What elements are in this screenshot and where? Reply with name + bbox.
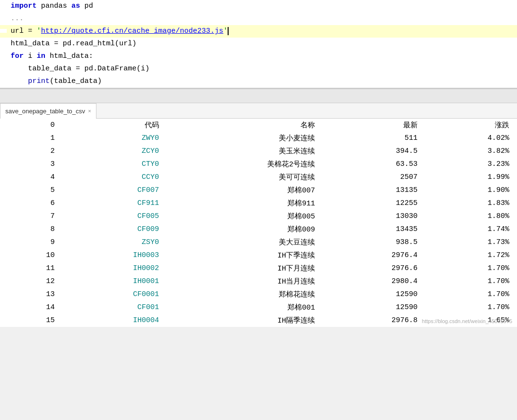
code-line-7: print(table_data)	[0, 75, 517, 88]
col-latest: 511	[323, 132, 425, 145]
col-latest: 2976.4	[323, 249, 425, 262]
line-gutter-2	[0, 16, 7, 20]
col-idx: 6	[0, 197, 64, 210]
col-idx: 9	[0, 236, 64, 249]
col-code: IH0004	[64, 314, 166, 327]
col-latest: 13135	[323, 184, 425, 197]
code-editor: import pandas as pd ... url = 'http://qu…	[0, 0, 517, 89]
col-latest: 13435	[323, 223, 425, 236]
col-code: CF007	[64, 184, 166, 197]
col-change: 涨跌	[425, 119, 517, 132]
col-latest: 12590	[323, 288, 425, 301]
col-idx: 12	[0, 275, 64, 288]
code-content-url: url = 'http://quote.cfi.cn/cache_image/n…	[7, 25, 517, 38]
col-name: 郑棉005	[167, 210, 323, 223]
col-change: 1.99%	[425, 171, 517, 184]
code-line-url: url = 'http://quote.cfi.cn/cache_image/n…	[0, 25, 517, 38]
col-change: 1.74%	[425, 223, 517, 236]
line-gutter-1	[0, 4, 7, 8]
col-idx: 4	[0, 171, 64, 184]
col-change: 1.72%	[425, 249, 517, 262]
col-latest: 938.5	[323, 236, 425, 249]
url-link[interactable]: http://quote.cfi.cn/cache_image/node233.…	[41, 27, 223, 35]
string-quote-open: '	[37, 27, 41, 35]
col-idx: 1	[0, 132, 64, 145]
col-latest: 12590	[323, 301, 425, 314]
line-gutter-3	[0, 29, 7, 33]
col-change: 1.80%	[425, 210, 517, 223]
kw-for: for	[11, 52, 24, 60]
table-row: 0代码名称最新涨跌	[0, 119, 517, 132]
col-name: IH下季连续	[167, 249, 323, 262]
col-code: ZCY0	[64, 145, 166, 158]
tab-label: save_onepage_table_to_csv	[5, 108, 85, 115]
line-dot-7	[1, 79, 5, 83]
col-name: 郑棉007	[167, 184, 323, 197]
code-line-5: for i in html_data:	[0, 50, 517, 63]
separator	[0, 89, 517, 103]
col-change: 3.23%	[425, 158, 517, 171]
line-gutter-6	[0, 67, 7, 70]
code-content-7: print(table_data)	[7, 75, 517, 88]
col-change: 1.70%	[425, 275, 517, 288]
col-idx: 7	[0, 210, 64, 223]
col-latest: 2976.6	[323, 262, 425, 275]
col-latest: 12255	[323, 197, 425, 210]
col-latest: 63.53	[323, 158, 425, 171]
col-code: ZWY0	[64, 132, 166, 145]
col-idx: 0	[0, 119, 64, 132]
col-latest: 2507	[323, 171, 425, 184]
table-row: 13CF0001郑棉花连续125901.70%	[0, 288, 517, 301]
col-latest: 13030	[323, 210, 425, 223]
col-change: 1.70%	[425, 262, 517, 275]
tab-save-onepage[interactable]: save_onepage_table_to_csv ×	[0, 103, 96, 119]
data-table: 0代码名称最新涨跌1ZWY0美小麦连续5114.02%2ZCY0美玉米连续394…	[0, 119, 517, 327]
table-row: 14CF001郑棉001125901.70%	[0, 301, 517, 314]
print-func: print	[28, 77, 50, 85]
col-code: IH0002	[64, 262, 166, 275]
col-name: IH当月连续	[167, 275, 323, 288]
code-content-1: import pandas as pd	[7, 0, 517, 13]
col-idx: 5	[0, 184, 64, 197]
col-code: IH0001	[64, 275, 166, 288]
col-code: ZSY0	[64, 236, 166, 249]
col-code: CF005	[64, 210, 166, 223]
col-name: IH隔季连续	[167, 314, 323, 327]
line-dot-2	[1, 16, 5, 20]
cursor	[228, 27, 229, 35]
code-line-6: table_data = pd.DataFrame(i)	[0, 63, 517, 75]
col-name: 美大豆连续	[167, 236, 323, 249]
col-code: IH0003	[64, 249, 166, 262]
col-code: CTY0	[64, 158, 166, 171]
col-idx: 15	[0, 314, 64, 327]
data-table-container: 0代码名称最新涨跌1ZWY0美小麦连续5114.02%2ZCY0美玉米连续394…	[0, 119, 517, 327]
col-change: 1.70%	[425, 301, 517, 314]
col-name: 郑棉001	[167, 301, 323, 314]
kw-import: import	[11, 2, 37, 10]
col-latest: 2980.4	[323, 275, 425, 288]
line-dot-6	[1, 67, 5, 70]
col-idx: 13	[0, 288, 64, 301]
col-change: 1.83%	[425, 197, 517, 210]
col-code: 代码	[64, 119, 166, 132]
table-row: 3CTY0美棉花2号连续63.533.23%	[0, 158, 517, 171]
col-latest: 最新	[323, 119, 425, 132]
line-dot-1	[1, 4, 5, 8]
table-row: 8CF009郑棉009134351.74%	[0, 223, 517, 236]
kw-as: as	[71, 2, 80, 10]
code-line-2: ...	[0, 13, 517, 25]
col-name: 美棉花2号连续	[167, 158, 323, 171]
tab-close-button[interactable]: ×	[88, 108, 91, 114]
col-change: 4.02%	[425, 132, 517, 145]
col-name: 美可可连续	[167, 171, 323, 184]
col-name: IH下月连续	[167, 262, 323, 275]
col-change: 3.82%	[425, 145, 517, 158]
code-line-1: import pandas as pd	[0, 0, 517, 13]
col-name: 郑棉花连续	[167, 288, 323, 301]
line-gutter-5	[0, 54, 7, 58]
col-code: CF0001	[64, 288, 166, 301]
col-code: CF009	[64, 223, 166, 236]
table-row: 11IH0002IH下月连续2976.61.70%	[0, 262, 517, 275]
code-line-4: html_data = pd.read_html(url)	[0, 38, 517, 50]
table-row: 7CF005郑棉005130301.80%	[0, 210, 517, 223]
